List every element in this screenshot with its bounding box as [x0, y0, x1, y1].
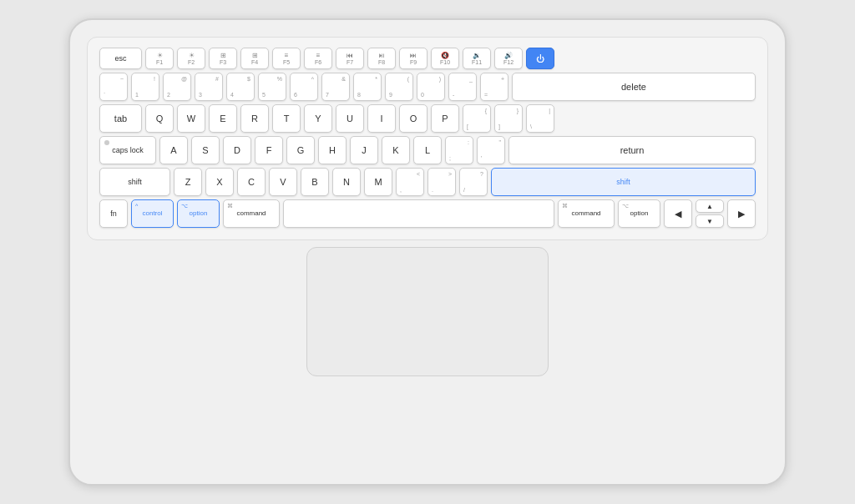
caps-lock-indicator: [104, 140, 109, 145]
key-command-right[interactable]: ⌘ command: [558, 199, 615, 228]
fn-row: esc ☀ F1 ☀ F2 ⊞ F3 ⊞ F4 ≡ F5: [99, 48, 756, 69]
key-backslash[interactable]: | \: [526, 104, 554, 133]
key-space[interactable]: [283, 199, 554, 228]
key-control[interactable]: ^ control: [131, 199, 174, 228]
key-quote[interactable]: " ': [477, 136, 505, 164]
key-n[interactable]: N: [332, 168, 361, 196]
key-shift-left[interactable]: shift: [99, 168, 170, 196]
key-command-left[interactable]: ⌘ command: [223, 199, 280, 228]
key-f12[interactable]: 🔊 F12: [494, 48, 523, 69]
key-p[interactable]: P: [431, 104, 459, 133]
key-w[interactable]: W: [177, 104, 205, 133]
key-arrow-up[interactable]: ▲: [696, 199, 724, 213]
key-d[interactable]: D: [223, 136, 251, 164]
key-7[interactable]: & 7: [321, 73, 350, 101]
key-equals[interactable]: + =: [480, 73, 508, 101]
key-option-left[interactable]: ⌥ option: [177, 199, 220, 228]
key-t[interactable]: T: [272, 104, 301, 133]
key-f5[interactable]: ≡ F5: [272, 48, 301, 69]
key-u[interactable]: U: [336, 104, 364, 133]
key-v[interactable]: V: [269, 168, 297, 196]
key-arrow-left[interactable]: ◀: [664, 199, 692, 228]
key-2[interactable]: @ 2: [163, 73, 191, 101]
asdf-row: caps lock A S D F G H J K L : ; " ' retu…: [99, 136, 756, 164]
key-tab[interactable]: tab: [99, 104, 142, 133]
key-f1[interactable]: ☀ F1: [145, 48, 174, 69]
key-f6[interactable]: ≡ F6: [304, 48, 332, 69]
key-l[interactable]: L: [413, 136, 442, 164]
key-y[interactable]: Y: [304, 104, 332, 133]
key-1[interactable]: ! 1: [131, 73, 159, 101]
key-6[interactable]: ^ 6: [290, 73, 318, 101]
key-f10[interactable]: 🔇 F10: [431, 48, 459, 69]
key-option-right[interactable]: ⌥ option: [618, 199, 660, 228]
trackpad[interactable]: [306, 247, 549, 376]
bottom-row: fn ^ control ⌥ option ⌘ command ⌘ comman…: [99, 199, 756, 228]
key-x[interactable]: X: [205, 168, 234, 196]
key-9[interactable]: ( 9: [385, 73, 413, 101]
key-c[interactable]: C: [237, 168, 266, 196]
key-z[interactable]: Z: [174, 168, 202, 196]
key-fn[interactable]: fn: [99, 199, 128, 228]
key-period[interactable]: > .: [428, 168, 456, 196]
zxcv-row: shift Z X C V B N M < , > . ? / shift: [99, 168, 756, 196]
key-f11[interactable]: 🔉 F11: [463, 48, 491, 69]
key-f7[interactable]: ⏮ F7: [336, 48, 364, 69]
key-b[interactable]: B: [301, 168, 329, 196]
key-s[interactable]: S: [191, 136, 220, 164]
key-f3[interactable]: ⊞ F3: [209, 48, 237, 69]
key-a[interactable]: A: [159, 136, 188, 164]
key-f[interactable]: F: [255, 136, 283, 164]
key-power[interactable]: ⏻: [526, 48, 554, 69]
key-k[interactable]: K: [382, 136, 410, 164]
key-arrow-up-down-container: ▲ ▼: [696, 199, 724, 228]
key-o[interactable]: O: [399, 104, 428, 133]
key-r[interactable]: R: [240, 104, 269, 133]
key-shift-right[interactable]: shift: [491, 168, 756, 196]
key-8[interactable]: * 8: [353, 73, 382, 101]
qwerty-row: tab Q W E R T Y U I O P { [ } ] | \: [99, 104, 756, 133]
key-backtick[interactable]: ~ `: [99, 73, 128, 101]
key-f9[interactable]: ⏭ F9: [399, 48, 428, 69]
key-slash[interactable]: ? /: [459, 168, 488, 196]
key-f2[interactable]: ☀ F2: [177, 48, 205, 69]
key-bracket-right[interactable]: } ]: [494, 104, 523, 133]
key-f4[interactable]: ⊞ F4: [240, 48, 269, 69]
key-i[interactable]: I: [367, 104, 396, 133]
key-minus[interactable]: _ -: [448, 73, 477, 101]
keyboard: esc ☀ F1 ☀ F2 ⊞ F3 ⊞ F4 ≡ F5: [87, 37, 768, 240]
key-5[interactable]: % 5: [258, 73, 286, 101]
key-return[interactable]: return: [508, 136, 756, 164]
number-row: ~ ` ! 1 @ 2 # 3 $ 4 % 5: [99, 73, 756, 101]
key-h[interactable]: H: [318, 136, 347, 164]
key-arrow-right[interactable]: ▶: [727, 199, 756, 228]
laptop-body: esc ☀ F1 ☀ F2 ⊞ F3 ⊞ F4 ≡ F5: [68, 18, 787, 486]
key-f8[interactable]: ⏯ F8: [367, 48, 396, 69]
key-m[interactable]: M: [364, 168, 392, 196]
key-e[interactable]: E: [209, 104, 237, 133]
key-q[interactable]: Q: [145, 104, 174, 133]
key-0[interactable]: ) 0: [417, 73, 445, 101]
key-j[interactable]: J: [350, 136, 378, 164]
key-delete[interactable]: delete: [512, 73, 756, 101]
key-g[interactable]: G: [286, 136, 315, 164]
key-bracket-left[interactable]: { [: [463, 104, 491, 133]
key-esc[interactable]: esc: [99, 48, 142, 69]
key-semicolon[interactable]: : ;: [445, 136, 473, 164]
key-3[interactable]: # 3: [195, 73, 223, 101]
key-caps-lock[interactable]: caps lock: [99, 136, 156, 164]
key-comma[interactable]: < ,: [396, 168, 424, 196]
key-arrow-down[interactable]: ▼: [696, 214, 724, 228]
key-4[interactable]: $ 4: [226, 73, 255, 101]
